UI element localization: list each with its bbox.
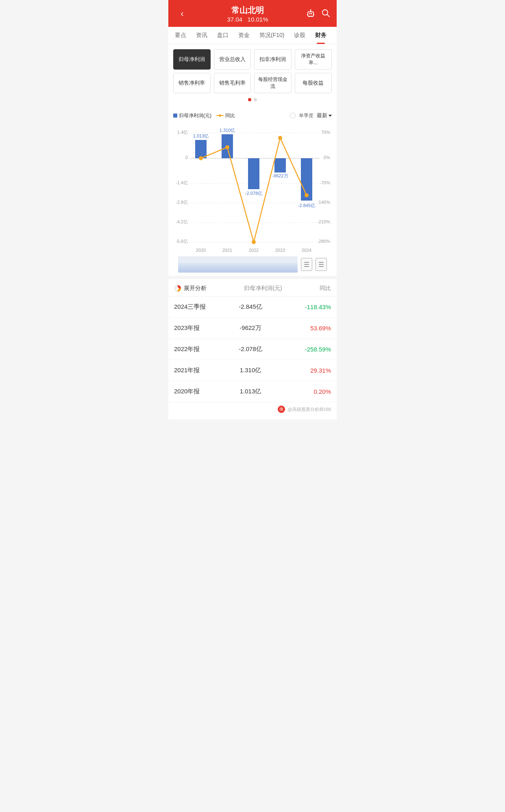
row-period-2021: 2021年报 bbox=[174, 367, 215, 374]
svg-text:0: 0 bbox=[185, 155, 188, 160]
svg-text:2021: 2021 bbox=[222, 248, 232, 253]
col-profit-header: 归母净利润(元) bbox=[244, 285, 282, 292]
analysis-title-text: 展开分析 bbox=[184, 285, 207, 292]
filter-yingyezongshouru[interactable]: 营业总收入 bbox=[214, 49, 251, 70]
yoy-dot-2023 bbox=[278, 136, 282, 140]
header-actions bbox=[306, 8, 330, 20]
table-row-2020[interactable]: 2020年报 1.013亿 0.20% bbox=[168, 381, 337, 402]
weibo-icon: 微 bbox=[278, 406, 285, 413]
svg-text:-210%: -210% bbox=[317, 219, 330, 224]
main-chart-svg: 1.4亿 0 -1.4亿 -2.8亿 -4.2亿 -5.6亿 70% 0% -7… bbox=[173, 122, 332, 253]
row-value-2023: -9622万 bbox=[215, 324, 286, 332]
handle-line-3 bbox=[304, 266, 309, 267]
page-dot-1 bbox=[248, 98, 251, 101]
robot-icon[interactable] bbox=[306, 8, 316, 20]
bar-2020 bbox=[195, 140, 207, 158]
single-quarter-radio[interactable] bbox=[290, 113, 296, 118]
svg-text:-9622万: -9622万 bbox=[272, 173, 288, 178]
filter-koufeilrun[interactable]: 扣非净利润 bbox=[254, 49, 292, 70]
svg-text:-2.845亿: -2.845亿 bbox=[298, 203, 315, 208]
tab-jiankuang[interactable]: 简况(F10) bbox=[255, 27, 289, 44]
svg-line-10 bbox=[327, 14, 330, 17]
price-value: 37.04 bbox=[227, 16, 243, 23]
legend-orange-line bbox=[216, 115, 224, 116]
filter-xiaoshoulv[interactable]: 销售净利率 bbox=[173, 73, 211, 93]
svg-text:1.013亿: 1.013亿 bbox=[193, 133, 209, 138]
search-icon[interactable] bbox=[321, 9, 330, 20]
svg-text:-1.4亿: -1.4亿 bbox=[176, 180, 188, 185]
svg-text:0%: 0% bbox=[324, 155, 330, 160]
yoy-dot-2022 bbox=[252, 240, 256, 244]
scroll-handle-left[interactable] bbox=[301, 258, 312, 271]
single-quarter-label[interactable]: 单季度 bbox=[299, 112, 313, 119]
header-title-area: 常山北明 37.04 10.01% bbox=[227, 5, 268, 23]
analysis-title: 展开分析 bbox=[174, 285, 207, 292]
row-value-2021: 1.310亿 bbox=[215, 367, 286, 374]
svg-text:2023: 2023 bbox=[275, 248, 285, 253]
chart-legend: 归母净利润(元) 同比 单季度 最新 bbox=[173, 112, 332, 119]
filter-maolilv[interactable]: 销售毛利率 bbox=[214, 73, 251, 93]
row-value-2024: -2.845亿 bbox=[215, 303, 286, 311]
tab-zijin[interactable]: 资金 bbox=[233, 27, 255, 44]
watermark: 微 @高级股票分析师168 bbox=[168, 402, 337, 419]
svg-text:-140%: -140% bbox=[317, 200, 330, 205]
chart-area: 归母净利润(元) 同比 单季度 最新 1.4亿 0 -1.4亿 -2.8亿 -4… bbox=[168, 108, 337, 276]
chart-legend-left: 归母净利润(元) 同比 bbox=[173, 112, 235, 119]
svg-text:-70%: -70% bbox=[320, 180, 330, 185]
tab-zhugu[interactable]: 诊股 bbox=[289, 27, 310, 44]
row-value-2020: 1.013亿 bbox=[215, 388, 286, 395]
mini-chart-fill bbox=[178, 263, 298, 273]
filter-jingzichan[interactable]: 净资产收益率... bbox=[295, 49, 332, 70]
stock-price: 37.04 10.01% bbox=[227, 16, 268, 23]
row-yoy-2020: 0.20% bbox=[286, 388, 331, 395]
svg-rect-2 bbox=[311, 13, 312, 14]
legend-blue-square bbox=[173, 114, 177, 118]
svg-text:-2.8亿: -2.8亿 bbox=[176, 200, 188, 205]
handle-line-4 bbox=[319, 262, 324, 263]
svg-text:-4.2亿: -4.2亿 bbox=[176, 219, 188, 224]
stock-name: 常山北明 bbox=[227, 5, 268, 16]
row-yoy-2022: -258.59% bbox=[286, 346, 331, 353]
row-yoy-2023: 53.69% bbox=[286, 325, 331, 332]
table-row-2023[interactable]: 2023年报 -9622万 53.69% bbox=[168, 318, 337, 339]
filter-row-2: 销售净利率 销售毛利率 每股经营现金流 每股收益 bbox=[173, 73, 332, 93]
row-period-2024: 2024三季报 bbox=[174, 303, 215, 311]
analysis-header: 展开分析 归母净利润(元) 同比 bbox=[168, 279, 337, 297]
tab-pankou[interactable]: 盘口 bbox=[212, 27, 233, 44]
tab-caiwu[interactable]: 财务 bbox=[310, 27, 331, 44]
scroll-handle-right[interactable] bbox=[316, 258, 327, 271]
table-row-2022[interactable]: 2022年报 -2.078亿 -258.59% bbox=[168, 339, 337, 360]
chart-legend-right: 单季度 最新 bbox=[290, 112, 332, 119]
separator bbox=[168, 276, 337, 279]
handle-line-5 bbox=[319, 264, 324, 265]
svg-text:2020: 2020 bbox=[196, 248, 206, 253]
mini-chart-bar bbox=[178, 256, 298, 273]
svg-text:1.310亿: 1.310亿 bbox=[220, 128, 235, 133]
svg-rect-1 bbox=[309, 13, 311, 14]
filter-jingying[interactable]: 每股经营现金流 bbox=[254, 73, 292, 93]
latest-dropdown[interactable]: 最新 bbox=[317, 112, 332, 119]
bar-2023 bbox=[274, 158, 286, 172]
watermark-text: @高级股票分析师168 bbox=[287, 406, 331, 413]
pie-icon bbox=[174, 285, 181, 292]
dropdown-label: 最新 bbox=[317, 112, 327, 119]
filter-meigu[interactable]: 每股收益 bbox=[295, 73, 332, 93]
handle-line-6 bbox=[319, 266, 324, 267]
svg-text:-2.078亿: -2.078亿 bbox=[245, 191, 262, 196]
table-row-2021[interactable]: 2021年报 1.310亿 29.31% bbox=[168, 360, 337, 381]
back-button[interactable]: ‹ bbox=[175, 9, 189, 19]
chart-svg-container: 1.4亿 0 -1.4亿 -2.8亿 -4.2亿 -5.6亿 70% 0% -7… bbox=[173, 122, 332, 254]
svg-text:1.4亿: 1.4亿 bbox=[177, 130, 188, 135]
dropdown-arrow-icon bbox=[329, 115, 332, 117]
filter-area: 归母净利润 营业总收入 扣非净利润 净资产收益率... 销售净利率 销售毛利率 … bbox=[168, 44, 337, 108]
yoy-dot-2020 bbox=[199, 156, 203, 160]
analysis-area: 展开分析 归母净利润(元) 同比 2024三季报 -2.845亿 -118.43… bbox=[168, 279, 337, 419]
filter-guimunlilun[interactable]: 归母净利润 bbox=[173, 49, 211, 70]
tab-yaoqing[interactable]: 要点 bbox=[170, 27, 191, 44]
weibo-label: 微 bbox=[279, 406, 283, 412]
table-row-2024[interactable]: 2024三季报 -2.845亿 -118.43% bbox=[168, 297, 337, 318]
bar-2022 bbox=[248, 158, 259, 189]
yoy-dot-2024 bbox=[305, 193, 309, 197]
row-yoy-2024: -118.43% bbox=[286, 303, 331, 310]
tab-zixun[interactable]: 资讯 bbox=[191, 27, 212, 44]
